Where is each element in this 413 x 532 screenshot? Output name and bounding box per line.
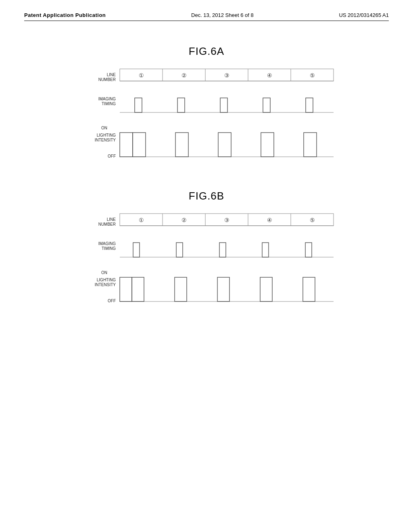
svg-text:INTENSITY: INTENSITY <box>95 138 116 142</box>
svg-text:TIMING: TIMING <box>102 102 116 106</box>
svg-rect-52 <box>305 243 312 257</box>
svg-text:①: ① <box>139 217 144 223</box>
svg-text:TIMING: TIMING <box>102 246 116 251</box>
svg-rect-19 <box>263 98 270 112</box>
svg-rect-51 <box>262 243 269 257</box>
svg-text:②: ② <box>181 217 187 223</box>
fig6b-diagram: FIG.6B LINE NUMBER ① ② ③ ④ ⑤ IMAGING TIM… <box>53 190 360 314</box>
svg-text:IMAGING: IMAGING <box>98 241 116 246</box>
svg-rect-58 <box>120 277 132 301</box>
svg-rect-30 <box>261 133 274 157</box>
fig6a-svg: LINE NUMBER ① ② ③ ④ ⑤ IMAGING TIMING <box>73 65 340 170</box>
svg-text:OFF: OFF <box>108 299 116 303</box>
fig6b-title: FIG.6B <box>53 190 360 202</box>
svg-text:OFF: OFF <box>108 154 116 158</box>
svg-text:④: ④ <box>267 72 272 79</box>
svg-rect-50 <box>219 243 226 257</box>
svg-text:③: ③ <box>224 217 229 223</box>
svg-text:LINE: LINE <box>107 73 116 77</box>
svg-text:LIGHTING: LIGHTING <box>97 133 116 137</box>
svg-text:ON: ON <box>101 270 107 275</box>
svg-text:②: ② <box>181 72 187 79</box>
svg-rect-63 <box>303 277 315 301</box>
header-right: US 2012/0314265 A1 <box>339 12 389 18</box>
fig6a-diagram: FIG.6A LINE NUMBER ① ② ③ ④ ⑤ IMAGING TIM <box>53 45 360 170</box>
svg-rect-49 <box>176 243 183 257</box>
svg-rect-29 <box>218 133 231 157</box>
svg-text:⑤: ⑤ <box>310 72 315 79</box>
svg-text:NUMBER: NUMBER <box>98 222 116 227</box>
svg-rect-16 <box>135 98 142 112</box>
header-center: Dec. 13, 2012 Sheet 6 of 8 <box>191 12 254 18</box>
svg-rect-18 <box>220 98 227 112</box>
svg-text:IMAGING: IMAGING <box>98 97 116 101</box>
svg-text:④: ④ <box>267 217 272 223</box>
svg-rect-60 <box>175 277 187 301</box>
svg-text:LIGHTING: LIGHTING <box>97 278 116 282</box>
fig6b-svg: LINE NUMBER ① ② ③ ④ ⑤ IMAGING TIMING <box>73 210 340 314</box>
svg-rect-17 <box>177 98 185 112</box>
svg-rect-20 <box>306 98 313 112</box>
svg-text:ON: ON <box>101 126 107 130</box>
svg-text:INTENSITY: INTENSITY <box>95 283 116 287</box>
svg-rect-31 <box>304 133 317 157</box>
svg-text:LINE: LINE <box>107 217 116 222</box>
page-header: Patent Application Publication Dec. 13, … <box>24 12 389 21</box>
svg-rect-61 <box>217 277 229 301</box>
svg-text:③: ③ <box>224 72 229 79</box>
svg-rect-59 <box>132 277 144 301</box>
svg-rect-62 <box>260 277 272 301</box>
svg-rect-48 <box>133 243 140 257</box>
svg-text:①: ① <box>139 72 144 79</box>
svg-text:NUMBER: NUMBER <box>98 77 116 82</box>
fig6a-title: FIG.6A <box>53 45 360 58</box>
svg-text:⑤: ⑤ <box>310 217 315 223</box>
page: Patent Application Publication Dec. 13, … <box>0 0 413 532</box>
svg-rect-27 <box>133 133 146 157</box>
svg-rect-28 <box>175 133 188 157</box>
svg-rect-26 <box>120 133 133 157</box>
header-left: Patent Application Publication <box>24 12 106 18</box>
